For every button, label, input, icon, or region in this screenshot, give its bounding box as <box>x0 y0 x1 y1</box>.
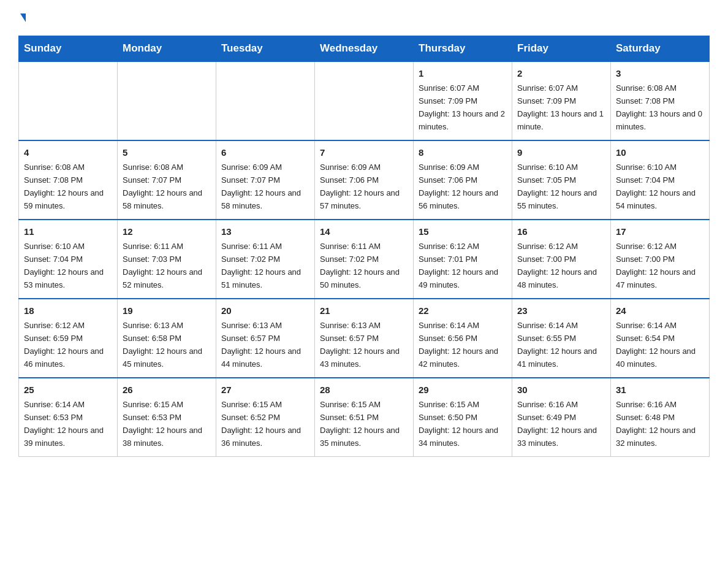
day-info: Sunrise: 6:15 AM Sunset: 6:52 PM Dayligh… <box>221 400 301 448</box>
calendar-cell <box>315 61 414 140</box>
day-number: 20 <box>221 304 309 318</box>
calendar-cell: 10Sunrise: 6:10 AM Sunset: 7:04 PM Dayli… <box>611 140 710 220</box>
day-number: 13 <box>221 224 309 239</box>
calendar-cell: 22Sunrise: 6:14 AM Sunset: 6:56 PM Dayli… <box>414 299 512 378</box>
calendar-cell: 13Sunrise: 6:11 AM Sunset: 7:02 PM Dayli… <box>216 220 315 299</box>
calendar-cell: 4Sunrise: 6:08 AM Sunset: 7:08 PM Daylig… <box>19 140 118 220</box>
day-info: Sunrise: 6:07 AM Sunset: 7:09 PM Dayligh… <box>517 83 604 131</box>
day-number: 17 <box>616 224 704 239</box>
weekday-header-monday: Monday <box>118 36 216 62</box>
weekday-header-wednesday: Wednesday <box>315 36 414 62</box>
calendar-cell: 27Sunrise: 6:15 AM Sunset: 6:52 PM Dayli… <box>216 378 315 456</box>
day-info: Sunrise: 6:11 AM Sunset: 7:02 PM Dayligh… <box>221 242 301 289</box>
calendar-cell: 12Sunrise: 6:11 AM Sunset: 7:03 PM Dayli… <box>118 220 216 299</box>
day-info: Sunrise: 6:10 AM Sunset: 7:04 PM Dayligh… <box>616 163 696 210</box>
day-info: Sunrise: 6:11 AM Sunset: 7:03 PM Dayligh… <box>123 242 202 289</box>
day-info: Sunrise: 6:08 AM Sunset: 7:08 PM Dayligh… <box>24 163 104 210</box>
day-number: 23 <box>517 304 605 318</box>
day-number: 10 <box>616 145 704 159</box>
weekday-header-friday: Friday <box>512 36 611 62</box>
day-number: 29 <box>419 383 507 397</box>
day-info: Sunrise: 6:13 AM Sunset: 6:57 PM Dayligh… <box>320 321 400 369</box>
day-number: 11 <box>24 224 112 239</box>
day-info: Sunrise: 6:14 AM Sunset: 6:56 PM Dayligh… <box>419 321 498 369</box>
day-number: 5 <box>123 145 211 159</box>
day-info: Sunrise: 6:15 AM Sunset: 6:51 PM Dayligh… <box>320 400 400 448</box>
week-row-4: 18Sunrise: 6:12 AM Sunset: 6:59 PM Dayli… <box>19 299 710 378</box>
calendar-cell: 15Sunrise: 6:12 AM Sunset: 7:01 PM Dayli… <box>414 220 512 299</box>
calendar-cell: 28Sunrise: 6:15 AM Sunset: 6:51 PM Dayli… <box>315 378 414 456</box>
logo <box>18 15 26 23</box>
weekday-header-saturday: Saturday <box>611 36 710 62</box>
calendar-table: SundayMondayTuesdayWednesdayThursdayFrid… <box>18 36 710 457</box>
weekday-header-row: SundayMondayTuesdayWednesdayThursdayFrid… <box>19 36 710 62</box>
calendar-cell: 25Sunrise: 6:14 AM Sunset: 6:53 PM Dayli… <box>19 378 118 456</box>
calendar-cell: 23Sunrise: 6:14 AM Sunset: 6:55 PM Dayli… <box>512 299 611 378</box>
day-info: Sunrise: 6:09 AM Sunset: 7:07 PM Dayligh… <box>221 163 301 210</box>
day-number: 4 <box>24 145 112 159</box>
day-info: Sunrise: 6:12 AM Sunset: 7:00 PM Dayligh… <box>616 242 696 289</box>
day-number: 27 <box>221 383 309 397</box>
day-number: 30 <box>517 383 605 397</box>
day-info: Sunrise: 6:16 AM Sunset: 6:48 PM Dayligh… <box>616 400 696 448</box>
day-info: Sunrise: 6:08 AM Sunset: 7:08 PM Dayligh… <box>616 83 702 131</box>
day-info: Sunrise: 6:11 AM Sunset: 7:02 PM Dayligh… <box>320 242 400 289</box>
day-number: 12 <box>123 224 211 239</box>
calendar-cell <box>118 61 216 140</box>
calendar-cell: 3Sunrise: 6:08 AM Sunset: 7:08 PM Daylig… <box>611 61 710 140</box>
day-number: 6 <box>221 145 309 159</box>
header <box>18 15 710 23</box>
day-number: 25 <box>24 383 112 397</box>
day-info: Sunrise: 6:07 AM Sunset: 7:09 PM Dayligh… <box>419 83 505 131</box>
weekday-header-thursday: Thursday <box>414 36 512 62</box>
day-info: Sunrise: 6:16 AM Sunset: 6:49 PM Dayligh… <box>517 400 597 448</box>
day-info: Sunrise: 6:10 AM Sunset: 7:05 PM Dayligh… <box>517 163 597 210</box>
day-number: 26 <box>123 383 211 397</box>
day-number: 7 <box>320 145 408 159</box>
day-info: Sunrise: 6:15 AM Sunset: 6:50 PM Dayligh… <box>419 400 498 448</box>
week-row-5: 25Sunrise: 6:14 AM Sunset: 6:53 PM Dayli… <box>19 378 710 456</box>
calendar-cell: 19Sunrise: 6:13 AM Sunset: 6:58 PM Dayli… <box>118 299 216 378</box>
day-number: 19 <box>123 304 211 318</box>
day-number: 2 <box>517 66 605 80</box>
calendar-cell: 11Sunrise: 6:10 AM Sunset: 7:04 PM Dayli… <box>19 220 118 299</box>
calendar-cell: 21Sunrise: 6:13 AM Sunset: 6:57 PM Dayli… <box>315 299 414 378</box>
calendar-cell: 20Sunrise: 6:13 AM Sunset: 6:57 PM Dayli… <box>216 299 315 378</box>
day-info: Sunrise: 6:14 AM Sunset: 6:55 PM Dayligh… <box>517 321 597 369</box>
day-number: 21 <box>320 304 408 318</box>
day-info: Sunrise: 6:09 AM Sunset: 7:06 PM Dayligh… <box>320 163 400 210</box>
calendar-cell: 18Sunrise: 6:12 AM Sunset: 6:59 PM Dayli… <box>19 299 118 378</box>
week-row-2: 4Sunrise: 6:08 AM Sunset: 7:08 PM Daylig… <box>19 140 710 220</box>
day-info: Sunrise: 6:12 AM Sunset: 6:59 PM Dayligh… <box>24 321 104 369</box>
calendar-cell <box>216 61 315 140</box>
day-number: 15 <box>419 224 507 239</box>
day-number: 22 <box>419 304 507 318</box>
day-info: Sunrise: 6:14 AM Sunset: 6:54 PM Dayligh… <box>616 321 696 369</box>
calendar-cell: 30Sunrise: 6:16 AM Sunset: 6:49 PM Dayli… <box>512 378 611 456</box>
day-info: Sunrise: 6:12 AM Sunset: 7:00 PM Dayligh… <box>517 242 597 289</box>
calendar-cell: 17Sunrise: 6:12 AM Sunset: 7:00 PM Dayli… <box>611 220 710 299</box>
calendar-cell: 31Sunrise: 6:16 AM Sunset: 6:48 PM Dayli… <box>611 378 710 456</box>
day-number: 18 <box>24 304 112 318</box>
weekday-header-sunday: Sunday <box>19 36 118 62</box>
day-number: 14 <box>320 224 408 239</box>
day-info: Sunrise: 6:13 AM Sunset: 6:57 PM Dayligh… <box>221 321 301 369</box>
day-info: Sunrise: 6:15 AM Sunset: 6:53 PM Dayligh… <box>123 400 202 448</box>
calendar-cell: 6Sunrise: 6:09 AM Sunset: 7:07 PM Daylig… <box>216 140 315 220</box>
calendar-cell: 1Sunrise: 6:07 AM Sunset: 7:09 PM Daylig… <box>414 61 512 140</box>
logo-triangle-icon <box>20 13 26 22</box>
calendar-cell: 8Sunrise: 6:09 AM Sunset: 7:06 PM Daylig… <box>414 140 512 220</box>
day-number: 1 <box>419 66 507 80</box>
day-info: Sunrise: 6:10 AM Sunset: 7:04 PM Dayligh… <box>24 242 104 289</box>
calendar-cell <box>19 61 118 140</box>
calendar-cell: 29Sunrise: 6:15 AM Sunset: 6:50 PM Dayli… <box>414 378 512 456</box>
weekday-header-tuesday: Tuesday <box>216 36 315 62</box>
calendar-cell: 24Sunrise: 6:14 AM Sunset: 6:54 PM Dayli… <box>611 299 710 378</box>
day-number: 3 <box>616 66 704 80</box>
calendar-cell: 5Sunrise: 6:08 AM Sunset: 7:07 PM Daylig… <box>118 140 216 220</box>
day-info: Sunrise: 6:14 AM Sunset: 6:53 PM Dayligh… <box>24 400 104 448</box>
calendar-cell: 16Sunrise: 6:12 AM Sunset: 7:00 PM Dayli… <box>512 220 611 299</box>
calendar-cell: 14Sunrise: 6:11 AM Sunset: 7:02 PM Dayli… <box>315 220 414 299</box>
day-number: 24 <box>616 304 704 318</box>
day-number: 28 <box>320 383 408 397</box>
